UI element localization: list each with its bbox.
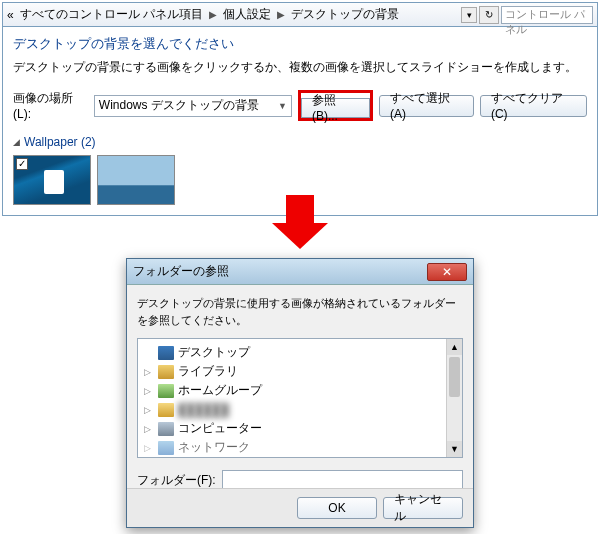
folder-label: フォルダー(F): <box>137 472 216 489</box>
dialog-footer: OK キャンセル <box>127 488 473 527</box>
back-chevron[interactable]: « <box>7 8 14 22</box>
tree-item-homegroup[interactable]: ▷ホームグループ <box>144 381 456 400</box>
dialog-body: デスクトップの背景に使用する画像が格納されているフォルダーを参照してください。 … <box>127 285 473 500</box>
wallpaper-thumbnail[interactable] <box>97 155 175 205</box>
wallpaper-thumbnail[interactable]: ✓ <box>13 155 91 205</box>
highlight-box: 参照(B)... <box>298 90 373 121</box>
scrollbar[interactable]: ▲ ▼ <box>446 339 462 457</box>
browse-folder-dialog: フォルダーの参照 ✕ デスクトップの背景に使用する画像が格納されているフォルダー… <box>126 258 474 528</box>
browse-button[interactable]: 参照(B)... <box>301 98 370 118</box>
page-title: デスクトップの背景を選んでください <box>13 35 587 53</box>
selected-checkbox[interactable]: ✓ <box>16 158 28 170</box>
search-box[interactable]: コントロール パネル <box>501 6 593 24</box>
collapse-icon: ◢ <box>13 137 20 147</box>
tree-item-libraries[interactable]: ▷ライブラリ <box>144 362 456 381</box>
user-folder-icon <box>158 403 174 417</box>
location-label: 画像の場所(L): <box>13 90 88 121</box>
chevron-right-icon: ▶ <box>277 9 285 20</box>
breadcrumb-item[interactable]: 個人設定 <box>223 6 271 23</box>
clear-all-button[interactable]: すべてクリア(C) <box>480 95 587 117</box>
breadcrumb-item[interactable]: すべてのコントロール パネル項目 <box>20 6 203 23</box>
scroll-thumb[interactable] <box>449 357 460 397</box>
tree-item-network[interactable]: ▷ネットワーク <box>144 438 456 457</box>
page-description: デスクトップの背景にする画像をクリックするか、複数の画像を選択してスライドショー… <box>13 59 587 76</box>
desktop-icon <box>158 346 174 360</box>
location-combobox[interactable]: Windows デスクトップの背景 ▼ <box>94 95 292 117</box>
tree-item-user[interactable]: ▷██████ <box>144 400 456 419</box>
chevron-down-icon: ▼ <box>278 101 287 111</box>
address-bar: « すべてのコントロール パネル項目 ▶ 個人設定 ▶ デスクトップの背景 ▾ … <box>3 3 597 27</box>
location-row: 画像の場所(L): Windows デスクトップの背景 ▼ 参照(B)... す… <box>13 90 587 121</box>
close-button[interactable]: ✕ <box>427 263 467 281</box>
tree-item-desktop[interactable]: デスクトップ <box>144 343 456 362</box>
scroll-down-icon[interactable]: ▼ <box>447 441 462 457</box>
cancel-button[interactable]: キャンセル <box>383 497 463 519</box>
category-name: Wallpaper (2) <box>24 135 96 149</box>
folder-tree[interactable]: デスクトップ ▷ライブラリ ▷ホームグループ ▷██████ ▷コンピューター … <box>137 338 463 458</box>
address-dropdown-icon[interactable]: ▾ <box>461 7 477 23</box>
network-icon <box>158 441 174 455</box>
dialog-titlebar[interactable]: フォルダーの参照 ✕ <box>127 259 473 285</box>
category-header[interactable]: ◢ Wallpaper (2) <box>13 135 587 149</box>
content-pane: デスクトップの背景を選んでください デスクトップの背景にする画像をクリックするか… <box>3 27 597 213</box>
breadcrumb-item[interactable]: デスクトップの背景 <box>291 6 399 23</box>
location-value: Windows デスクトップの背景 <box>99 97 259 114</box>
refresh-icon[interactable]: ↻ <box>479 6 499 24</box>
computer-icon <box>158 422 174 436</box>
ok-button[interactable]: OK <box>297 497 377 519</box>
chevron-right-icon: ▶ <box>209 9 217 20</box>
homegroup-icon <box>158 384 174 398</box>
select-all-button[interactable]: すべて選択(A) <box>379 95 474 117</box>
dialog-title: フォルダーの参照 <box>133 263 229 280</box>
dialog-instruction: デスクトップの背景に使用する画像が格納されているフォルダーを参照してください。 <box>137 295 463 328</box>
background-settings-window: « すべてのコントロール パネル項目 ▶ 個人設定 ▶ デスクトップの背景 ▾ … <box>2 2 598 216</box>
tree-item-computer[interactable]: ▷コンピューター <box>144 419 456 438</box>
scroll-up-icon[interactable]: ▲ <box>447 339 462 355</box>
library-icon <box>158 365 174 379</box>
folder-name-row: フォルダー(F): <box>137 470 463 490</box>
folder-name-input[interactable] <box>222 470 463 490</box>
instruction-arrow-icon <box>272 195 328 251</box>
